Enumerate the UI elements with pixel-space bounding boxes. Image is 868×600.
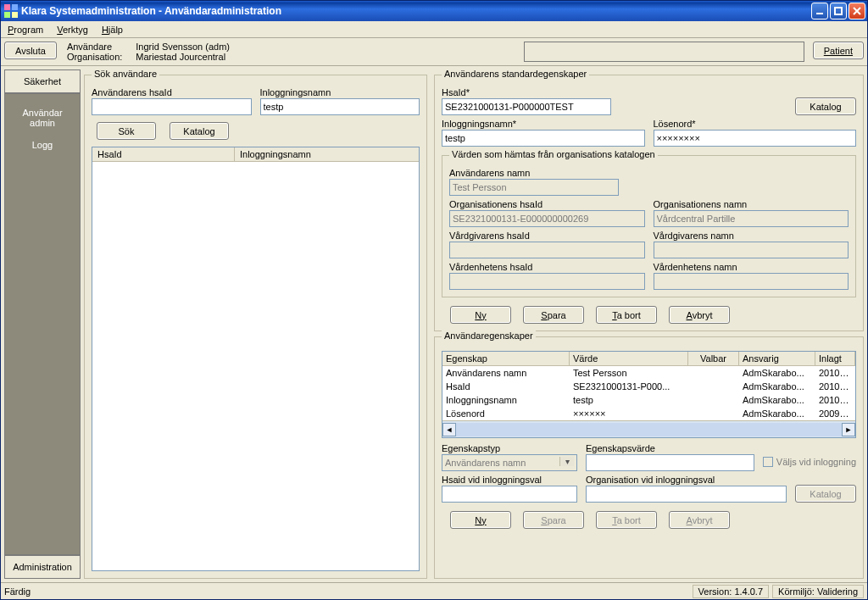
search-hsaid-label: Användarens hsaId bbox=[92, 87, 252, 97]
orgnamn-input bbox=[654, 210, 849, 227]
main-area: Säkerhet Användar admin Logg Administrat… bbox=[1, 66, 867, 582]
scroll-right-icon[interactable]: ► bbox=[842, 423, 855, 436]
svg-rect-1 bbox=[835, 8, 842, 14]
orgnamn-label: Organisationens namn bbox=[654, 199, 849, 209]
props-spara-button[interactable]: Spara bbox=[523, 511, 584, 529]
props-avbryt-button[interactable]: Avbryt bbox=[669, 511, 730, 529]
egenskapstyp-select[interactable]: Användarens namn bbox=[442, 454, 577, 471]
std-spara-button[interactable]: Spara bbox=[523, 306, 584, 324]
orglogin-input[interactable] bbox=[586, 486, 787, 503]
results-col-hsaid[interactable]: HsaId bbox=[92, 147, 235, 161]
menu-bar: Program Verktyg Hjälp bbox=[1, 21, 867, 38]
col-valbar[interactable]: Valbar bbox=[697, 352, 739, 365]
app-icon bbox=[4, 4, 18, 18]
search-group: Sök användare Användarens hsaId Inloggni… bbox=[84, 75, 427, 579]
std-legend: Användarens standardegenskaper bbox=[442, 69, 589, 79]
egenskapsvarde-label: Egenskapsvärde bbox=[586, 443, 754, 453]
search-hsaid-input[interactable] bbox=[92, 98, 252, 115]
content: Sök användare Användarens hsaId Inloggni… bbox=[84, 69, 864, 579]
org-value: Mariestad Jourcentral bbox=[136, 52, 230, 62]
hsaidlogin-label: Hsaid vid inloggningsval bbox=[442, 475, 577, 485]
valj-checkbox[interactable]: Väljs vid inloggning bbox=[763, 457, 856, 467]
menu-hjalp[interactable]: Hjälp bbox=[100, 23, 125, 36]
search-login-input[interactable] bbox=[260, 98, 420, 115]
orgvals-group: Värden som hämtas från organisations kat… bbox=[442, 155, 856, 297]
status-version: Version: 1.4.0.7 bbox=[693, 585, 769, 598]
egenskapsvarde-input[interactable] bbox=[586, 454, 754, 471]
patient-search-box[interactable] bbox=[524, 42, 804, 62]
vehsa-label: Vårdenhetens hsaId bbox=[449, 262, 645, 272]
window-title: Klara Systemadministration - Användaradm… bbox=[21, 5, 281, 17]
menu-verktyg[interactable]: Verktyg bbox=[55, 23, 90, 36]
props-legend: Användaregenskaper bbox=[442, 331, 536, 341]
orgvals-legend: Värden som hämtas från organisations kat… bbox=[449, 149, 658, 159]
vghsa-label: Vårdgivarens hsaId bbox=[449, 231, 645, 241]
table-row[interactable]: InloggningsnamntestpAdmSkarabo...2010-10… bbox=[442, 393, 855, 407]
close-button[interactable] bbox=[849, 3, 865, 19]
top-bar: Avsluta Användare Ingrid Svensson (adm) … bbox=[1, 38, 867, 66]
props-scrollbar[interactable]: ◄ ► bbox=[442, 420, 855, 437]
title-bar: Klara Systemadministration - Användaradm… bbox=[1, 1, 867, 21]
minimize-button[interactable] bbox=[811, 3, 828, 19]
vehsa-input bbox=[449, 273, 645, 290]
sok-button[interactable]: Sök bbox=[97, 122, 156, 140]
props-ny-button[interactable]: Ny bbox=[450, 511, 511, 529]
std-login-input[interactable] bbox=[442, 130, 645, 147]
search-legend: Sök användare bbox=[92, 69, 159, 79]
search-results[interactable]: HsaId Inloggningsnamn bbox=[92, 147, 420, 571]
col-varde[interactable]: Värde bbox=[570, 352, 688, 365]
status-ready: Färdig bbox=[4, 586, 31, 597]
col-inlagt[interactable]: Inlagt bbox=[815, 352, 855, 365]
search-login-label: Inloggningsnamn bbox=[260, 87, 420, 97]
status-bar: Färdig Version: 1.4.0.7 Körmiljö: Valide… bbox=[1, 582, 867, 599]
avsluta-button[interactable]: Avsluta bbox=[4, 42, 57, 59]
std-group: Användarens standardegenskaper HsaId* Ka… bbox=[434, 75, 864, 331]
vghsa-input bbox=[449, 242, 645, 258]
props-table[interactable]: Egenskap Värde Valbar Ansvarig Inlagt An… bbox=[442, 351, 856, 438]
side-item-anvandar-admin[interactable]: Användar admin bbox=[8, 108, 76, 128]
egenskapstyp-label: Egenskapstyp bbox=[442, 443, 577, 453]
orglogin-label: Organisation vid inloggningsval bbox=[586, 475, 787, 485]
menu-program[interactable]: Program bbox=[6, 23, 45, 36]
std-ny-button[interactable]: Ny bbox=[450, 306, 511, 324]
katalog-button-search[interactable]: Katalog bbox=[170, 122, 229, 140]
user-label: Användare bbox=[67, 42, 122, 52]
app-window: Klara Systemadministration - Användaradm… bbox=[0, 0, 868, 600]
table-row[interactable]: Användarens namnTest PerssonAdmSkarabo..… bbox=[442, 366, 855, 380]
user-value: Ingrid Svensson (adm) bbox=[136, 42, 230, 52]
patient-button[interactable]: Patient bbox=[813, 42, 864, 59]
std-hsaid-label: HsaId* bbox=[442, 87, 611, 97]
props-tabort-button[interactable]: Ta bort bbox=[596, 511, 657, 529]
std-tabort-button[interactable]: Ta bort bbox=[596, 306, 657, 324]
col-ansvarig[interactable]: Ansvarig bbox=[739, 352, 815, 365]
katalog-button-std[interactable]: Katalog bbox=[795, 97, 856, 115]
scroll-left-icon[interactable]: ◄ bbox=[442, 423, 456, 436]
side-tab-sakerhet[interactable]: Säkerhet bbox=[4, 69, 81, 93]
venamn-input bbox=[654, 273, 849, 290]
vgnamn-input bbox=[654, 242, 849, 258]
hsaidlogin-input[interactable] bbox=[442, 486, 577, 503]
vgnamn-label: Vårdgivarens namn bbox=[654, 231, 849, 241]
table-row[interactable]: Lösenord××××××AdmSkarabo...2009-09-02 bbox=[442, 407, 855, 420]
side-item-logg[interactable]: Logg bbox=[8, 140, 76, 150]
anvnamn-input bbox=[449, 179, 619, 196]
std-pwd-label: Lösenord* bbox=[654, 119, 857, 129]
org-label: Organisation: bbox=[67, 52, 122, 62]
katalog-button-props[interactable]: Katalog bbox=[795, 485, 856, 503]
std-pwd-input[interactable] bbox=[654, 130, 857, 147]
std-avbryt-button[interactable]: Avbryt bbox=[669, 306, 730, 324]
orghsa-label: Organisationens hsaId bbox=[449, 199, 645, 209]
venamn-label: Vårdenhetens namn bbox=[654, 262, 849, 272]
results-col-login[interactable]: Inloggningsnamn bbox=[235, 147, 419, 161]
std-login-label: Inloggningsnamn* bbox=[442, 119, 645, 129]
table-row[interactable]: HsaIdSE2321000131-P000...AdmSkarabo...20… bbox=[442, 380, 855, 393]
side-tab-administration[interactable]: Administration bbox=[4, 555, 81, 579]
status-env: Körmiljö: Validering bbox=[772, 585, 864, 598]
col-egenskap[interactable]: Egenskap bbox=[442, 352, 570, 365]
props-group: Användaregenskaper Egenskap Värde Valbar… bbox=[434, 336, 864, 579]
side-nav: Säkerhet Användar admin Logg Administrat… bbox=[4, 69, 81, 579]
orghsa-input bbox=[449, 210, 645, 227]
maximize-button[interactable] bbox=[830, 3, 847, 19]
user-info: Användare Ingrid Svensson (adm) Organisa… bbox=[62, 42, 235, 62]
std-hsaid-input[interactable] bbox=[442, 98, 611, 115]
